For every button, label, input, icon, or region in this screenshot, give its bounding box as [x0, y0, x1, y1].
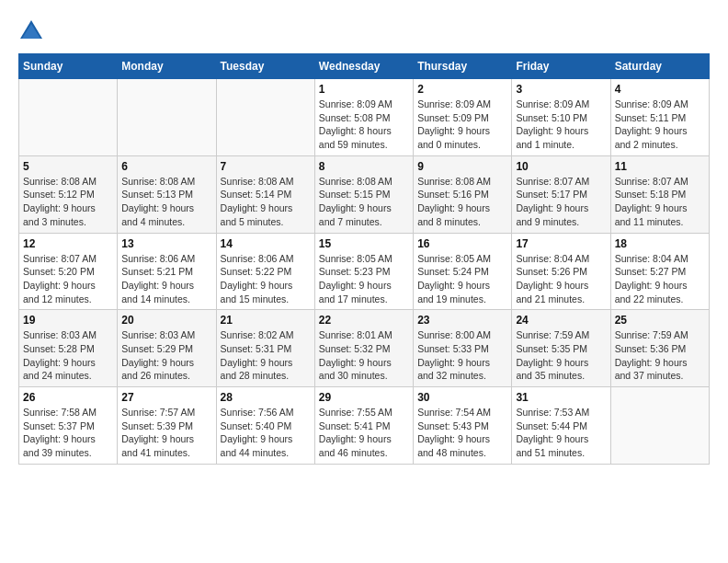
cell-info: Sunrise: 8:08 AMSunset: 5:14 PMDaylight:… — [221, 175, 311, 229]
day-of-week-header: Saturday — [610, 54, 709, 79]
cell-info: Sunrise: 7:53 AMSunset: 5:44 PMDaylight:… — [516, 406, 606, 460]
day-number: 19 — [23, 314, 113, 327]
cell-info: Sunrise: 8:02 AMSunset: 5:31 PMDaylight:… — [221, 328, 311, 383]
calendar-cell: 9Sunrise: 8:08 AMSunset: 5:16 PMDaylight… — [414, 155, 512, 233]
calendar-week-row: 12Sunrise: 8:07 AMSunset: 5:20 PMDayligh… — [19, 233, 710, 310]
cell-info: Sunrise: 7:55 AMSunset: 5:41 PMDaylight:… — [319, 406, 409, 460]
calendar-cell: 30Sunrise: 7:54 AMSunset: 5:43 PMDayligh… — [414, 387, 512, 465]
day-number: 13 — [121, 237, 211, 250]
calendar-cell: 17Sunrise: 8:04 AMSunset: 5:26 PMDayligh… — [512, 233, 610, 310]
cell-info: Sunrise: 8:03 AMSunset: 5:29 PMDaylight:… — [121, 328, 211, 383]
day-number: 18 — [615, 237, 705, 250]
day-number: 22 — [319, 314, 409, 327]
cell-info: Sunrise: 8:04 AMSunset: 5:27 PMDaylight:… — [615, 252, 705, 306]
cell-info: Sunrise: 8:09 AMSunset: 5:09 PMDaylight:… — [417, 98, 507, 152]
cell-info: Sunrise: 8:08 AMSunset: 5:15 PMDaylight:… — [319, 175, 409, 229]
calendar-week-row: 19Sunrise: 8:03 AMSunset: 5:28 PMDayligh… — [19, 310, 710, 387]
cell-info: Sunrise: 7:54 AMSunset: 5:43 PMDaylight:… — [417, 406, 507, 460]
calendar-cell: 19Sunrise: 8:03 AMSunset: 5:28 PMDayligh… — [19, 310, 118, 387]
calendar-cell: 2Sunrise: 8:09 AMSunset: 5:09 PMDaylight… — [414, 79, 512, 156]
day-number: 16 — [417, 237, 507, 250]
day-number: 7 — [221, 160, 311, 173]
cell-info: Sunrise: 8:09 AMSunset: 5:11 PMDaylight:… — [615, 98, 705, 152]
calendar-week-row: 5Sunrise: 8:08 AMSunset: 5:12 PMDaylight… — [19, 155, 710, 233]
day-number: 4 — [615, 83, 705, 96]
calendar-cell — [610, 387, 709, 465]
calendar-cell: 1Sunrise: 8:09 AMSunset: 5:08 PMDaylight… — [314, 79, 413, 156]
calendar-cell: 5Sunrise: 8:08 AMSunset: 5:12 PMDaylight… — [19, 155, 118, 233]
calendar-header-row: SundayMondayTuesdayWednesdayThursdayFrid… — [19, 54, 710, 79]
day-number: 10 — [516, 160, 606, 173]
day-number: 25 — [615, 314, 705, 327]
day-of-week-header: Thursday — [414, 54, 512, 79]
cell-info: Sunrise: 7:56 AMSunset: 5:40 PMDaylight:… — [221, 406, 311, 460]
day-number: 12 — [23, 237, 113, 250]
calendar-cell: 4Sunrise: 8:09 AMSunset: 5:11 PMDaylight… — [610, 79, 709, 156]
day-number: 23 — [417, 314, 507, 327]
day-number: 27 — [121, 391, 211, 404]
calendar-cell: 28Sunrise: 7:56 AMSunset: 5:40 PMDayligh… — [216, 387, 314, 465]
calendar-cell: 20Sunrise: 8:03 AMSunset: 5:29 PMDayligh… — [118, 310, 216, 387]
calendar-cell: 16Sunrise: 8:05 AMSunset: 5:24 PMDayligh… — [414, 233, 512, 310]
calendar-cell: 27Sunrise: 7:57 AMSunset: 5:39 PMDayligh… — [118, 387, 216, 465]
calendar-cell: 31Sunrise: 7:53 AMSunset: 5:44 PMDayligh… — [512, 387, 610, 465]
calendar-cell: 15Sunrise: 8:05 AMSunset: 5:23 PMDayligh… — [314, 233, 413, 310]
calendar-cell: 22Sunrise: 8:01 AMSunset: 5:32 PMDayligh… — [314, 310, 413, 387]
cell-info: Sunrise: 8:06 AMSunset: 5:21 PMDaylight:… — [121, 252, 211, 306]
calendar-cell: 12Sunrise: 8:07 AMSunset: 5:20 PMDayligh… — [19, 233, 118, 310]
cell-info: Sunrise: 8:05 AMSunset: 5:24 PMDaylight:… — [417, 252, 507, 306]
day-of-week-header: Tuesday — [216, 54, 314, 79]
calendar-table: SundayMondayTuesdayWednesdayThursdayFrid… — [18, 53, 710, 465]
logo — [18, 18, 48, 44]
calendar-cell — [19, 79, 118, 156]
calendar-cell: 7Sunrise: 8:08 AMSunset: 5:14 PMDaylight… — [216, 155, 314, 233]
calendar-cell: 6Sunrise: 8:08 AMSunset: 5:13 PMDaylight… — [118, 155, 216, 233]
day-number: 30 — [417, 391, 507, 404]
calendar-cell: 21Sunrise: 8:02 AMSunset: 5:31 PMDayligh… — [216, 310, 314, 387]
day-number: 11 — [615, 160, 705, 173]
cell-info: Sunrise: 8:07 AMSunset: 5:20 PMDaylight:… — [23, 252, 113, 306]
calendar-cell: 10Sunrise: 8:07 AMSunset: 5:17 PMDayligh… — [512, 155, 610, 233]
cell-info: Sunrise: 8:00 AMSunset: 5:33 PMDaylight:… — [417, 328, 507, 383]
day-number: 15 — [319, 237, 409, 250]
calendar-cell — [216, 79, 314, 156]
day-of-week-header: Sunday — [19, 54, 118, 79]
day-of-week-header: Wednesday — [314, 54, 413, 79]
day-number: 2 — [417, 83, 507, 96]
cell-info: Sunrise: 7:59 AMSunset: 5:36 PMDaylight:… — [615, 328, 705, 383]
calendar-cell: 24Sunrise: 7:59 AMSunset: 5:35 PMDayligh… — [512, 310, 610, 387]
calendar-week-row: 26Sunrise: 7:58 AMSunset: 5:37 PMDayligh… — [19, 387, 710, 465]
day-of-week-header: Monday — [118, 54, 216, 79]
day-number: 29 — [319, 391, 409, 404]
cell-info: Sunrise: 8:08 AMSunset: 5:12 PMDaylight:… — [23, 175, 113, 229]
calendar-week-row: 1Sunrise: 8:09 AMSunset: 5:08 PMDaylight… — [19, 79, 710, 156]
day-number: 6 — [121, 160, 211, 173]
cell-info: Sunrise: 7:57 AMSunset: 5:39 PMDaylight:… — [121, 406, 211, 460]
calendar-cell: 3Sunrise: 8:09 AMSunset: 5:10 PMDaylight… — [512, 79, 610, 156]
cell-info: Sunrise: 8:09 AMSunset: 5:10 PMDaylight:… — [516, 98, 606, 152]
calendar-cell: 13Sunrise: 8:06 AMSunset: 5:21 PMDayligh… — [118, 233, 216, 310]
cell-info: Sunrise: 8:06 AMSunset: 5:22 PMDaylight:… — [221, 252, 311, 306]
cell-info: Sunrise: 8:09 AMSunset: 5:08 PMDaylight:… — [319, 98, 409, 152]
day-number: 20 — [121, 314, 211, 327]
calendar-cell: 18Sunrise: 8:04 AMSunset: 5:27 PMDayligh… — [610, 233, 709, 310]
calendar-cell: 8Sunrise: 8:08 AMSunset: 5:15 PMDaylight… — [314, 155, 413, 233]
calendar-cell: 25Sunrise: 7:59 AMSunset: 5:36 PMDayligh… — [610, 310, 709, 387]
cell-info: Sunrise: 7:58 AMSunset: 5:37 PMDaylight:… — [23, 406, 113, 460]
calendar-cell: 29Sunrise: 7:55 AMSunset: 5:41 PMDayligh… — [314, 387, 413, 465]
day-number: 24 — [516, 314, 606, 327]
day-number: 3 — [516, 83, 606, 96]
cell-info: Sunrise: 8:08 AMSunset: 5:13 PMDaylight:… — [121, 175, 211, 229]
cell-info: Sunrise: 8:04 AMSunset: 5:26 PMDaylight:… — [516, 252, 606, 306]
cell-info: Sunrise: 8:01 AMSunset: 5:32 PMDaylight:… — [319, 328, 409, 383]
day-number: 17 — [516, 237, 606, 250]
calendar-cell — [118, 79, 216, 156]
cell-info: Sunrise: 8:07 AMSunset: 5:18 PMDaylight:… — [615, 175, 705, 229]
day-number: 5 — [23, 160, 113, 173]
day-number: 8 — [319, 160, 409, 173]
day-number: 28 — [221, 391, 311, 404]
day-number: 31 — [516, 391, 606, 404]
cell-info: Sunrise: 8:03 AMSunset: 5:28 PMDaylight:… — [23, 328, 113, 383]
calendar-cell: 11Sunrise: 8:07 AMSunset: 5:18 PMDayligh… — [610, 155, 709, 233]
calendar-cell: 14Sunrise: 8:06 AMSunset: 5:22 PMDayligh… — [216, 233, 314, 310]
